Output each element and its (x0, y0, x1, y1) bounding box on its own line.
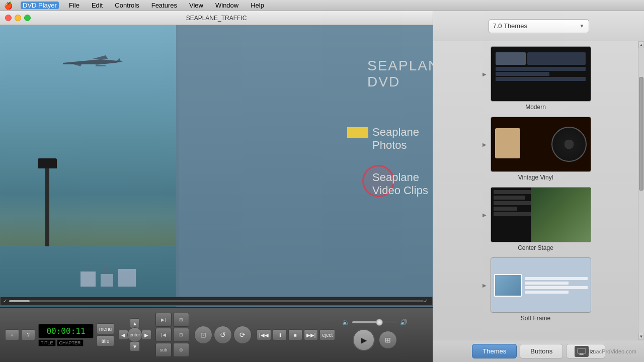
menu-button[interactable]: menu (97, 323, 114, 334)
step-back-button[interactable]: |◀ (155, 328, 172, 342)
theme-centerstage-preview[interactable] (491, 187, 591, 242)
dpad-enter[interactable]: enter (127, 327, 142, 342)
volume-slider[interactable] (352, 321, 397, 323)
menu-file[interactable]: File (67, 2, 82, 9)
cs-person (531, 188, 591, 242)
menu-window[interactable]: Window (213, 2, 240, 9)
play-button[interactable]: ▶ (353, 329, 375, 351)
cs-left (491, 188, 536, 242)
grid-btn-1[interactable]: ⊞ (173, 313, 189, 327)
title-button[interactable]: title (97, 335, 114, 346)
scan-icon[interactable]: ⊡ (194, 326, 212, 344)
theme-vinyl-play-icon[interactable]: ▶ (480, 137, 489, 152)
menu-dvdplayer[interactable]: DVD Player (21, 2, 59, 9)
vinyl-face (495, 128, 520, 158)
theme-vinyl-item[interactable]: ▶ Vintage Vinyl (438, 117, 633, 181)
volume-control: 🔈 🔊 (342, 319, 408, 326)
volume-high-icon: 🔊 (400, 319, 408, 326)
controls-bar: + ? 00:00:11 TITLE CHAPTER menu title (0, 307, 433, 362)
sf-photo (494, 274, 522, 297)
theme-centerstage-row: ▶ (480, 187, 591, 242)
menu-controls[interactable]: Controls (113, 2, 141, 9)
scroll-track[interactable] (638, 48, 644, 333)
macpro-logo-text: macProVideo.com (591, 348, 636, 354)
add-button[interactable]: + (5, 329, 19, 340)
svg-rect-7 (580, 353, 583, 354)
time-group: 00:00:11 TITLE CHAPTER (38, 324, 94, 346)
dpad-down[interactable]: ▼ (130, 341, 140, 351)
menu-features[interactable]: Features (149, 2, 179, 9)
menu-view[interactable]: View (187, 2, 205, 9)
subtitle-button[interactable]: sub (155, 343, 172, 357)
macpro-logo-icon (575, 346, 589, 357)
volume-low-icon: 🔈 (342, 319, 350, 326)
theme-centerstage-item[interactable]: ▶ (438, 187, 633, 251)
dpad: ▲ ▼ ◀ ▶ enter (117, 317, 152, 352)
theme-modern-play-icon[interactable]: ▶ (480, 66, 489, 81)
airplane-icon (60, 55, 126, 70)
scroll-down-arrow[interactable]: ▼ (638, 333, 644, 340)
loop-icon[interactable]: ↺ (214, 326, 232, 344)
close-button[interactable] (5, 15, 12, 21)
dpad-right[interactable]: ▶ (141, 330, 151, 340)
minimize-button[interactable] (15, 15, 21, 21)
theme-softframe-label: Soft Frame (521, 315, 550, 322)
menu-item-videos[interactable]: Seaplane Video Clips (372, 171, 433, 197)
sf-right (522, 277, 588, 294)
apple-menu[interactable]: 🍎 (4, 2, 13, 10)
theme-centerstage-play-icon[interactable]: ▶ (480, 207, 489, 222)
title-label: TITLE (38, 339, 56, 346)
svg-rect-8 (579, 354, 584, 355)
grid-btn-3[interactable]: ⊕ (173, 343, 189, 357)
step-forward-button[interactable]: ▶| (155, 313, 172, 327)
menu-item-photos[interactable]: Seaplane Photos (372, 126, 433, 152)
volume-thumb[interactable] (376, 319, 383, 326)
menubar: 🍎 DVD Player File Edit Controls Features… (0, 0, 644, 11)
prev-chapter-button[interactable]: |◀◀ (257, 329, 271, 340)
theme-softframe-item[interactable]: ▶ Soft Frame (438, 257, 633, 322)
info-button[interactable]: ? (21, 329, 35, 340)
volume-play-group: 🔈 🔊 ▶ ⊞ (342, 319, 408, 351)
theme-dropdown[interactable]: 7.0 Themes ▼ (489, 19, 589, 33)
svg-rect-0 (80, 272, 96, 287)
eject-button[interactable]: eject (319, 329, 335, 340)
theme-vinyl-row: ▶ (480, 117, 591, 172)
tab-buttons[interactable]: Buttons (520, 344, 563, 358)
fullscreen-button[interactable]: ⊞ (379, 331, 397, 349)
video-menu-panel: SEAPLANE DVD Seaplane Photos Seaplane Vi… (176, 25, 433, 307)
tab-themes[interactable]: Themes (472, 344, 517, 358)
vinyl-disk-icon (551, 127, 587, 162)
boats-icon (75, 261, 156, 292)
utility-buttons: + ? (5, 329, 35, 340)
themes-scrollbar[interactable]: ▲ ▼ (638, 41, 644, 340)
scrubber-bar[interactable]: ✓ ✓ (0, 297, 433, 306)
maximize-button[interactable] (24, 15, 31, 21)
video-area[interactable]: SEAPLANE DVD Seaplane Photos Seaplane Vi… (0, 25, 433, 307)
theme-modern-label: Modern (525, 104, 546, 111)
menu-edit[interactable]: Edit (90, 2, 105, 9)
menu-help[interactable]: Help (249, 2, 266, 9)
scan-buttons: ⊡ ↺ ⟳ (194, 326, 252, 344)
theme-modern-preview[interactable] (491, 46, 591, 102)
stop-button[interactable]: ■ (288, 329, 302, 340)
dpad-left[interactable]: ◀ (118, 330, 128, 340)
right-panel-top: 7.0 Themes ▼ (433, 11, 644, 41)
main-layout: SEAPLANE_TRAFFIC (0, 11, 644, 362)
scrubber-track[interactable] (9, 300, 424, 302)
scan-forward-icon[interactable]: ⟳ (233, 326, 252, 344)
scroll-up-arrow[interactable]: ▲ (638, 41, 644, 48)
scroll-thumb[interactable] (639, 77, 643, 191)
window-title: SEAPLANE_TRAFFIC (186, 15, 247, 22)
theme-vinyl-preview[interactable] (491, 117, 591, 172)
grid-btn-2[interactable]: ⊟ (173, 328, 189, 342)
video-left-panel (0, 25, 179, 307)
themes-list: ▶ (433, 41, 638, 340)
pause-button[interactable]: ⏸ (273, 329, 287, 340)
dvd-menu-title: SEAPLANE DVD (367, 58, 433, 90)
theme-softframe-preview[interactable] (491, 257, 591, 313)
next-chapter-button[interactable]: ▶▶| (304, 329, 318, 340)
theme-softframe-play-icon[interactable]: ▶ (480, 278, 489, 293)
dpad-up[interactable]: ▲ (130, 318, 140, 328)
menu-title-buttons: menu title (97, 323, 114, 346)
theme-modern-item[interactable]: ▶ (438, 46, 633, 111)
